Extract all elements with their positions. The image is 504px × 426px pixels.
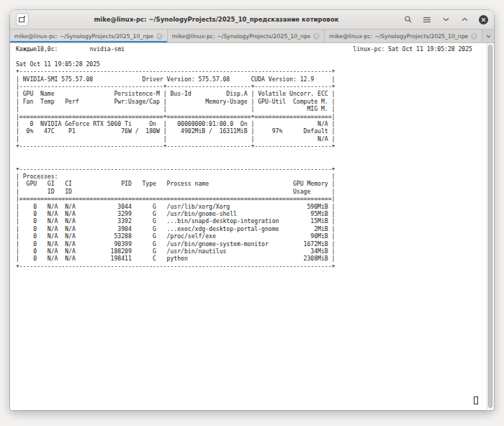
search-icon[interactable] [404, 15, 413, 24]
tab-3[interactable]: mike@linux-pc: ~/SynologyProjects/2025_1… [325, 30, 482, 42]
tab-label: mike@linux-pc: ~/SynologyProjects/2025_1… [329, 33, 468, 40]
tab-close-icon[interactable]: × [156, 33, 163, 40]
terminal-cursor [474, 396, 478, 404]
window-title: mike@linux-pc: ~/SynologyProjects/2025_1… [29, 16, 404, 23]
tab-list-dropdown-icon[interactable] [482, 30, 494, 42]
tab-1[interactable]: mike@linux-pc: ~/SynologyProjects/2025_1… [10, 30, 168, 42]
tab-close-icon[interactable]: × [313, 33, 320, 40]
tab-close-icon[interactable]: × [471, 33, 477, 40]
nvidia-smi-output: Sat Oct 11 19:05:28 2025 +--------------… [16, 53, 494, 270]
watch-header-line: Каждые10,0с: nvidia-smi linux-pc: Sat Oc… [16, 45, 472, 53]
watch-interval-label: Каждые10,0с: [16, 45, 58, 53]
tab-label: mike@linux-pc: ~/SynologyProjects/2025_1… [172, 33, 311, 40]
terminal-screen[interactable]: Каждые10,0с: nvidia-smi linux-pc: Sat Oc… [10, 43, 494, 409]
watch-command: nvidia-smi [89, 45, 125, 53]
close-window-button[interactable] [479, 15, 488, 24]
new-tab-button[interactable] [16, 13, 29, 26]
tab-2[interactable]: mike@linux-pc: ~/SynologyProjects/2025_1… [168, 30, 325, 42]
terminal-window: mike@linux-pc: ~/SynologyProjects/2025_1… [10, 10, 494, 410]
scrollbar[interactable] [487, 43, 494, 409]
watch-host-datetime: linux-pc: Sat Oct 11 19:05:28 2025 [353, 45, 472, 53]
tab-label: mike@linux-pc: ~/SynologyProjects/2025_1… [14, 33, 153, 40]
headerbar: mike@linux-pc: ~/SynologyProjects/2025_1… [10, 10, 494, 30]
tab-bar: mike@linux-pc: ~/SynologyProjects/2025_1… [10, 30, 494, 43]
hamburger-menu-icon[interactable] [423, 15, 431, 24]
new-tab-icon [18, 15, 27, 24]
chevron-up-icon[interactable] [460, 15, 469, 24]
terminal-content: Каждые10,0с: nvidia-smi linux-pc: Sat Oc… [10, 43, 494, 270]
chevron-down-icon[interactable] [441, 15, 450, 24]
headerbar-actions [404, 15, 488, 24]
close-icon [481, 17, 486, 22]
scrollbar-thumb[interactable] [488, 45, 492, 408]
